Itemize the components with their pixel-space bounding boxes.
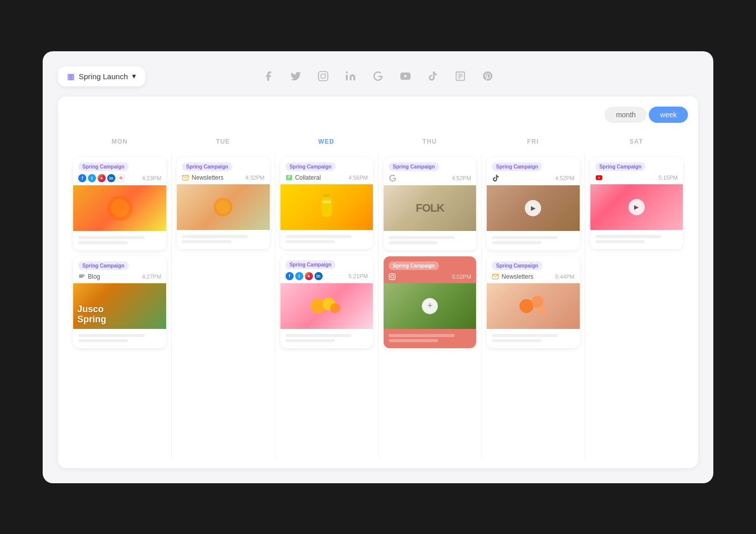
card-meta: Newsletters 5:44PM [492, 273, 574, 280]
post-card-tue-1[interactable]: Spring Campaign Newsletters 4:32PM [177, 157, 269, 249]
pinterest-icon[interactable] [479, 67, 497, 85]
month-view-button[interactable]: month [605, 107, 647, 123]
gg-icon: G [117, 174, 125, 182]
post-card-fri-2[interactable]: Spring Campaign Newsletters 5:44PM [487, 256, 579, 348]
post-card-sat-1[interactable]: Spring Campaign 5:15PM ▶ [590, 157, 683, 249]
svg-rect-25 [389, 274, 395, 280]
post-card-thu-1[interactable]: Spring Campaign 4:52PM FOLK [384, 157, 476, 250]
svg-point-11 [111, 199, 129, 217]
card-image-fri-2 [487, 283, 579, 329]
campaign-badge: Spring Campaign [182, 162, 232, 171]
svg-rect-20 [322, 197, 332, 217]
svg-rect-21 [322, 201, 331, 203]
card-image-mon-2: JuscoSpring [73, 283, 166, 329]
card-header: Spring Campaign f t ● in 5:21PM [280, 255, 373, 283]
campaign-badge: Spring Campaign [286, 162, 336, 171]
day-column-sat: Spring Campaign 5:15PM ▶ [585, 153, 688, 458]
fb-icon: f [286, 272, 294, 280]
post-card-thu-2[interactable]: Spring Campaign 5:02PM + [384, 256, 476, 348]
text-line-2 [182, 240, 231, 243]
card-footer [590, 230, 683, 249]
youtube-icon[interactable] [396, 67, 415, 85]
day-header-wed: WED [275, 133, 378, 153]
channel-label: Blog [88, 273, 100, 280]
citrus-svg [309, 293, 344, 319]
project-selector[interactable]: ▦ Spring Launch ▾ [58, 66, 145, 86]
post-card-fri-1[interactable]: Spring Campaign 4:52PM ▶ [487, 157, 579, 250]
google-icon[interactable] [369, 67, 387, 85]
instagram-icon[interactable] [314, 67, 332, 85]
card-footer [177, 230, 269, 249]
text-line-2 [595, 240, 645, 243]
newsletter-channel-icon [492, 273, 499, 280]
facebook-icon[interactable] [259, 67, 277, 85]
card-footer [487, 231, 579, 250]
calendar-header: MON TUE WED THU FRI SAT [68, 133, 688, 153]
channel-label: Newsletters [501, 273, 533, 280]
card-channel: Collateral [286, 174, 321, 181]
post-card-mon-1[interactable]: Spring Campaign f t ● in G 4:23PM [73, 157, 166, 250]
play-button-fri-1[interactable]: ▶ [525, 200, 541, 216]
card-time: 4:23PM [142, 175, 161, 181]
twitter-icon[interactable] [287, 67, 305, 85]
card-header: Spring Campaign 5:15PM [590, 157, 683, 184]
ig-icon: ● [98, 174, 106, 182]
blog-channel-icon [78, 273, 85, 280]
card-meta: Collateral 4:56PM [286, 174, 368, 181]
text-line-1 [492, 236, 558, 239]
tiktok-icon[interactable] [424, 67, 442, 85]
week-view-button[interactable]: week [649, 107, 688, 123]
card-footer [73, 231, 166, 250]
card-image-sat-1: ▶ [590, 184, 683, 230]
svg-point-24 [330, 303, 340, 313]
text-line-1 [492, 334, 558, 337]
svg-point-2 [325, 73, 326, 74]
text-line-2 [78, 339, 128, 342]
post-card-wed-1[interactable]: Spring Campaign Collateral 4:56PM [280, 157, 373, 249]
card-footer [280, 230, 373, 249]
card-meta: f t ● in G 4:23PM [78, 174, 161, 182]
day-column-fri: Spring Campaign 4:52PM ▶ [481, 153, 584, 458]
text-line-1 [286, 235, 352, 238]
text-line-1 [286, 334, 352, 337]
card-time: 4:52PM [452, 175, 471, 181]
card-channel: Blog [78, 273, 100, 280]
campaign-badge: Spring Campaign [492, 162, 542, 171]
play-button-sat-1[interactable]: ▶ [628, 199, 645, 215]
card-meta: Blog 4:27PM [78, 273, 161, 280]
svg-point-1 [321, 74, 325, 78]
card-footer [487, 329, 579, 348]
social-icons-bar [259, 67, 497, 85]
card-header: Spring Campaign 4:52PM [487, 157, 579, 185]
card-image-tue-1 [177, 184, 269, 230]
day-column-tue: Spring Campaign Newsletters 4:32PM [171, 153, 274, 458]
li-icon: in [107, 174, 115, 182]
card-time: 5:15PM [658, 175, 678, 181]
card-image-thu-2: + [384, 283, 476, 329]
card-header: Spring Campaign f t ● in G 4:23PM [73, 157, 166, 185]
text-line-2 [492, 241, 541, 244]
linkedin-icon[interactable] [341, 67, 360, 85]
add-content-button[interactable]: + [422, 298, 438, 314]
post-card-mon-2[interactable]: Spring Campaign Blog 4:27PM JuscoSpring [73, 256, 166, 348]
tw-icon: t [88, 174, 96, 182]
tw-icon: t [295, 272, 303, 280]
campaign-badge: Spring Campaign [78, 162, 129, 171]
day-column-mon: Spring Campaign f t ● in G 4:23PM [68, 153, 171, 458]
card-time: 4:56PM [349, 175, 368, 181]
bottle-svg [317, 192, 337, 222]
blog-nav-icon[interactable] [451, 67, 469, 85]
post-card-wed-2[interactable]: Spring Campaign f t ● in 5:21PM [280, 255, 373, 348]
top-bar: ▦ Spring Launch ▾ [58, 66, 698, 86]
citrus-board-svg [518, 291, 548, 321]
card-header: Spring Campaign 4:52PM [384, 157, 476, 185]
svg-point-27 [394, 275, 394, 275]
day-header-mon: MON [68, 133, 171, 153]
svg-rect-0 [319, 72, 328, 81]
day-column-thu: Spring Campaign 4:52PM FOLK [378, 153, 481, 458]
svg-point-4 [346, 72, 348, 74]
card-channel: Newsletters [182, 174, 224, 181]
card-meta: f t ● in 5:21PM [286, 272, 368, 280]
card-time: 4:27PM [142, 274, 161, 280]
google-channel-icon [389, 174, 397, 182]
